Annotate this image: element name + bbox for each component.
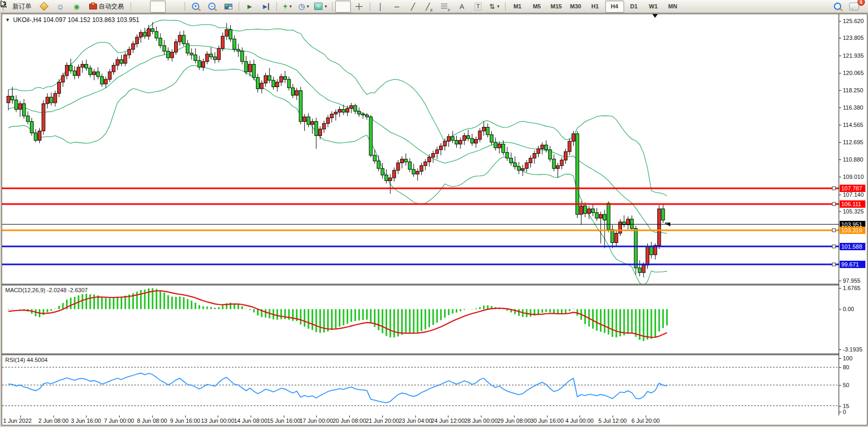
zoom-in-button[interactable]: + (188, 1, 203, 13)
tf-button-w1[interactable]: W1 (644, 1, 663, 13)
time-axis-label: 17 Jun 00:00 (299, 418, 333, 424)
time-axis-label: 4 Jul 00:00 (565, 418, 594, 424)
time-axis-label: 1 Jun 2022 (3, 418, 31, 424)
chart-shift-marker[interactable] (652, 14, 658, 18)
candle-body (416, 172, 419, 174)
macd-canvas[interactable] (2, 285, 839, 354)
axis-tick-mark (839, 108, 841, 108)
tf-button-h1[interactable]: H1 (586, 1, 605, 13)
candle-body (404, 159, 408, 162)
bollinger-upper-band (8, 20, 667, 196)
rsi-pane[interactable]: RSI(14) 44.5004 (2, 355, 839, 415)
candle-body (334, 112, 337, 114)
candle-body (568, 141, 571, 152)
time-axis-label: 5 Jul 12:00 (598, 418, 627, 424)
macd-label: MACD(12,26,9) -2.0248 -2.6307 (5, 287, 88, 293)
time-axis-label: 20 Jun 08:00 (333, 418, 366, 424)
time-axis-label: 24 Jun 12:00 (431, 418, 465, 424)
gem-button[interactable] (36, 1, 52, 13)
arrows-icon: ⇅ (489, 3, 495, 10)
candle-body (315, 122, 318, 136)
new-order-button[interactable]: 新订单 (8, 1, 36, 13)
rsi-canvas[interactable] (2, 355, 839, 415)
toolbar-separator (370, 2, 370, 11)
candle-body (427, 157, 431, 162)
templates-button[interactable]: ≈▾ (312, 1, 329, 13)
cursor-button[interactable] (335, 1, 351, 13)
dropdown-caret-icon: ▾ (497, 4, 500, 9)
notifications-button[interactable]: 1 (846, 1, 862, 13)
candle-body (77, 67, 80, 76)
price-axis[interactable]: 125.620123.805121.935120.065118.250116.3… (839, 14, 867, 415)
candle-body (178, 35, 181, 42)
candle-body (241, 51, 244, 62)
time-axis-label: 28 Jun 00:00 (464, 418, 498, 424)
candle-body (521, 168, 524, 170)
line-chart-button[interactable] (166, 1, 182, 13)
candle-body (124, 55, 127, 63)
candle-body (108, 72, 111, 79)
add-indicator-button[interactable]: +▾ (280, 1, 295, 13)
candle-body (303, 117, 306, 122)
candle-body (209, 54, 212, 57)
search-button[interactable] (830, 1, 845, 13)
time-axis-label: 21 Jun 20:00 (366, 418, 399, 424)
tf-button-m30[interactable]: M30 (566, 1, 585, 13)
main-chart-canvas[interactable] (2, 14, 839, 284)
fibonacci-button[interactable]: F (438, 1, 454, 13)
signals-button[interactable]: ◉ (69, 1, 84, 13)
chart-shift-button[interactable]: ▶ (258, 1, 274, 13)
search-icon (834, 3, 841, 10)
time-axis-label: 30 Jun 16:00 (530, 418, 564, 424)
candle-body (112, 65, 115, 71)
candle-body (221, 36, 224, 48)
candle-body (587, 209, 591, 214)
auto-trading-button[interactable]: 自动交易 (85, 1, 128, 13)
candle-body (630, 219, 634, 229)
auto-scroll-button[interactable]: ▶ (242, 1, 258, 13)
tf-button-m5[interactable]: M5 (528, 1, 546, 13)
price-axis-tick: 114.565 (843, 122, 863, 128)
candle-body (650, 247, 653, 255)
channel-button[interactable]: ╱E (422, 1, 437, 13)
tf-button-m1[interactable]: M1 (508, 1, 527, 13)
tf-button-m15[interactable]: M15 (547, 1, 566, 13)
candle-body (397, 163, 400, 170)
trend-line-button[interactable]: ╱ (405, 1, 421, 13)
axis-tick-mark (839, 406, 841, 407)
vertical-line-button[interactable]: │ (373, 1, 389, 13)
tf-button-d1[interactable]: D1 (625, 1, 644, 13)
candlestick-chart-button[interactable] (150, 1, 166, 13)
time-axis-label: 2 Jun 08:00 (38, 418, 69, 424)
bar-chart-button[interactable] (134, 1, 149, 13)
notification-badge: 1 (858, 0, 865, 6)
text-icon: A (459, 3, 464, 10)
horizontal-line-button[interactable]: ─ (389, 1, 405, 13)
tf-button-mn[interactable]: MN (663, 1, 682, 13)
candle-body (611, 229, 614, 242)
rsi-label: RSI(14) 44.5004 (5, 357, 48, 363)
candle-body (361, 114, 365, 115)
candle-body (10, 96, 14, 100)
text-button[interactable]: A (454, 1, 470, 13)
one-click-trading-arrow[interactable]: ▼ (5, 17, 10, 23)
tf-button-h4[interactable]: H4 (605, 1, 624, 13)
candle-body (81, 65, 84, 67)
crosshair-button[interactable] (351, 1, 367, 13)
tile-windows-button[interactable] (220, 1, 236, 13)
periods-button[interactable]: ◷▾ (296, 1, 312, 13)
time-axis[interactable]: 1 Jun 20222 Jun 08:003 Jun 16:007 Jun 00… (2, 415, 839, 425)
main-chart-pane[interactable]: ▼ UKOil-,H4 104.097 104.152 103.863 103.… (2, 14, 839, 284)
candle-body (268, 76, 271, 80)
text-label-button[interactable]: T (470, 1, 486, 13)
candle-body (53, 93, 57, 103)
zoom-out-button[interactable]: − (204, 1, 220, 13)
arrows-button[interactable]: ⇅▾ (487, 1, 502, 13)
hline-handle (832, 245, 835, 248)
horizontal-line-icon: ─ (394, 3, 399, 10)
candle-body (323, 123, 326, 129)
candle-body (381, 168, 384, 175)
macd-pane[interactable]: MACD(12,26,9) -2.0248 -2.6307 (2, 285, 839, 354)
expert-advisors-button[interactable]: ☺ (52, 1, 68, 13)
candle-body (564, 152, 567, 160)
